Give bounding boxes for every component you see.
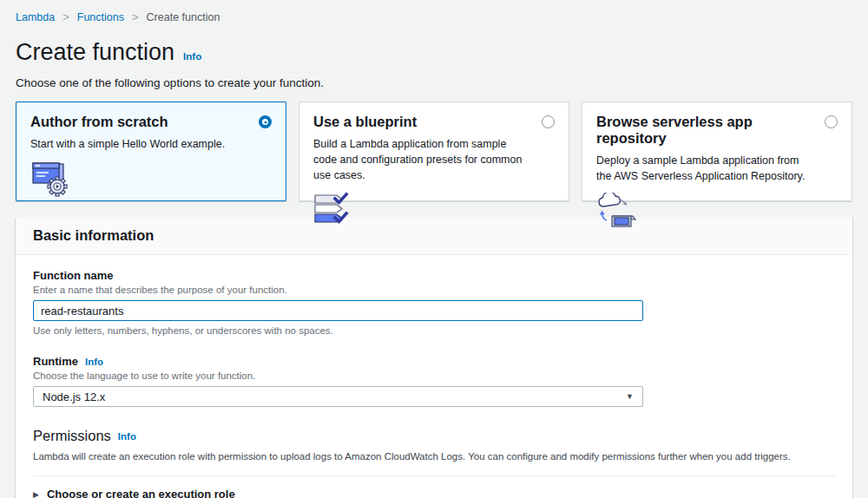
card-title: Browse serverless app repository [596, 114, 825, 147]
permissions-description: Lambda will create an execution role wit… [33, 451, 835, 462]
radio-browse-serverless-app-repository[interactable] [825, 115, 838, 128]
title-info-link[interactable]: Info [183, 51, 201, 62]
radio-use-a-blueprint[interactable] [542, 115, 555, 128]
create-function-page: Lambda > Functions > Create function Cre… [0, 0, 868, 498]
cloud-deploy-icon [596, 193, 838, 229]
execution-role-expander[interactable]: ▶ Choose or create an execution role [33, 475, 835, 498]
panel-title: Basic information [33, 227, 835, 244]
execution-role-expander-label: Choose or create an execution role [47, 488, 235, 498]
breadcrumb-lambda[interactable]: Lambda [16, 11, 55, 23]
runtime-select[interactable]: Node.js 12.x ▼ [33, 386, 643, 407]
card-title: Author from scratch [30, 114, 168, 130]
permissions-section: Permissions Info Lambda will create an e… [33, 428, 835, 462]
creation-option-cards: Author from scratch Start with a simple … [16, 102, 852, 201]
runtime-info-link[interactable]: Info [85, 357, 103, 367]
card-use-a-blueprint[interactable]: Use a blueprint Build a Lambda applicati… [299, 102, 569, 201]
caret-right-icon: ▶ [33, 490, 39, 498]
card-description: Start with a simple Hello World example. [30, 136, 272, 152]
page-subtitle: Choose one of the following options to c… [16, 76, 852, 89]
breadcrumb-separator-icon: > [62, 10, 69, 23]
function-name-input[interactable] [33, 300, 643, 321]
permissions-info-link[interactable]: Info [118, 431, 136, 442]
function-name-hint: Use only letters, numbers, hyphens, or u… [33, 325, 835, 336]
checklist-blueprint-icon [313, 192, 555, 228]
runtime-field: Runtime Info Choose the language to use … [33, 355, 835, 407]
radio-author-from-scratch[interactable] [259, 115, 272, 128]
runtime-helper: Choose the language to use to write your… [33, 370, 835, 381]
breadcrumb: Lambda > Functions > Create function [16, 0, 852, 23]
breadcrumb-functions[interactable]: Functions [77, 11, 124, 23]
runtime-selected-value: Node.js 12.x [43, 390, 105, 403]
breadcrumb-create-function: Create function [147, 11, 220, 23]
code-window-gear-icon [30, 161, 272, 197]
card-author-from-scratch[interactable]: Author from scratch Start with a simple … [16, 102, 286, 201]
card-browse-serverless-app-repository[interactable]: Browse serverless app repository Deploy … [582, 102, 852, 201]
function-name-helper: Enter a name that describes the purpose … [33, 285, 835, 295]
breadcrumb-separator-icon: > [132, 10, 139, 23]
chevron-down-icon: ▼ [626, 392, 634, 401]
runtime-label: Runtime [33, 355, 78, 368]
function-name-label: Function name [33, 269, 835, 282]
function-name-field: Function name Enter a name that describe… [33, 269, 835, 336]
permissions-label: Permissions [33, 428, 111, 444]
card-description: Deploy a sample Lambda application from … [596, 153, 838, 184]
card-title: Use a blueprint [313, 114, 417, 130]
page-title: Create function [16, 39, 174, 66]
card-description: Build a Lambda application from sample c… [313, 136, 555, 183]
basic-information-panel: Basic information Function name Enter a … [16, 217, 852, 498]
